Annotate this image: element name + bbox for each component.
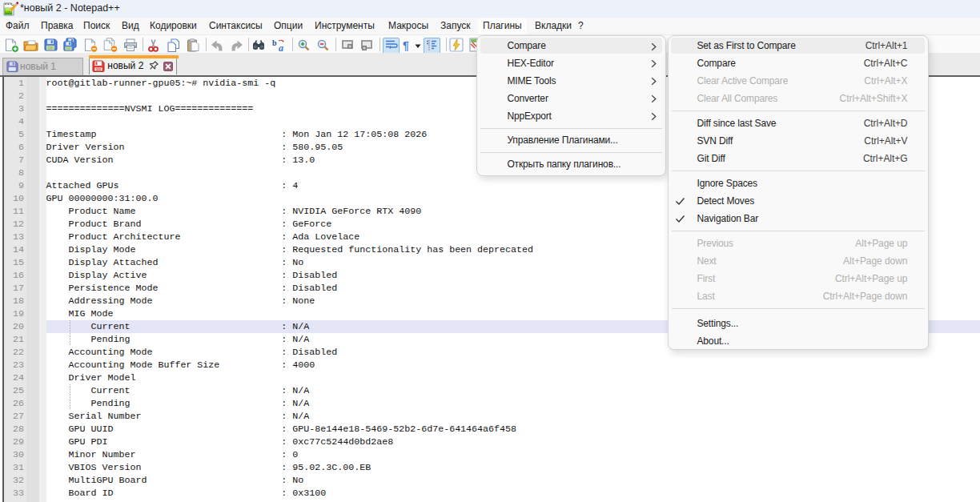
svg-text:¶: ¶ (403, 39, 409, 52)
svg-text:b: b (272, 38, 277, 47)
svg-text:a: a (279, 42, 283, 53)
